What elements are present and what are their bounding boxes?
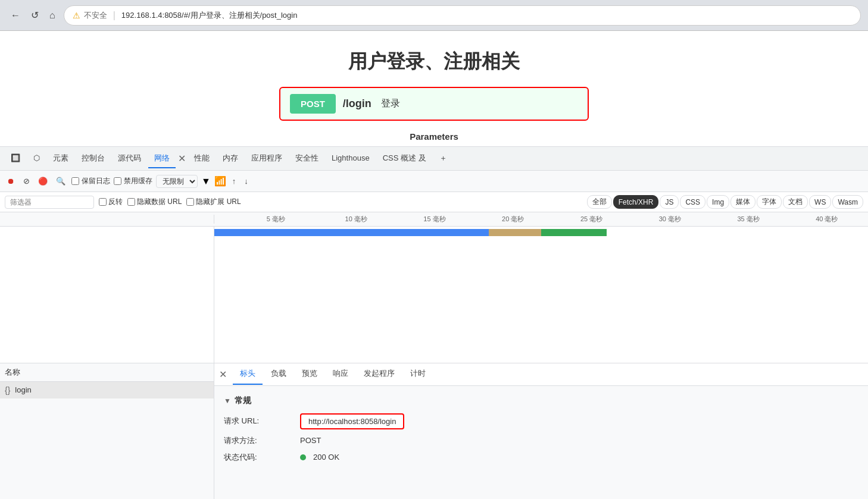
request-method-label: 请求方法:	[224, 435, 295, 446]
general-section-header: ▼ 常规	[224, 396, 858, 406]
detail-tab-timing[interactable]: 计时	[403, 363, 433, 385]
url-path: 用户登录、注册相关/post_login	[191, 11, 298, 20]
filter-input[interactable]	[5, 196, 94, 209]
devtools-tab-network-close[interactable]: ✕	[178, 153, 186, 164]
endpoint-path: /login	[343, 98, 371, 110]
filter-type-document[interactable]: 文档	[783, 195, 808, 209]
hide-data-url-checkbox[interactable]: 隐藏数据 URL	[127, 197, 182, 207]
clear-button[interactable]: ⊘	[21, 175, 32, 187]
filter-type-media[interactable]: 媒体	[730, 195, 755, 209]
request-method-value: POST	[300, 436, 321, 445]
devtools-tab-add[interactable]: ＋	[433, 149, 453, 168]
filter-type-all[interactable]: 全部	[587, 195, 612, 209]
requests-panel: 名称 {} login	[0, 363, 214, 500]
request-item-icon: {}	[5, 385, 10, 395]
filter-type-js[interactable]: JS	[660, 195, 679, 209]
throttle-dropdown-icon: ▼	[201, 176, 211, 187]
timeline-chart-area	[214, 227, 868, 363]
filter-bar: 反转 隐藏数据 URL 隐藏扩展 URL 全部 Fetch/XHR JS CSS…	[0, 192, 868, 212]
devtools-panel: 🔲 ⬡ 元素 控制台 源代码 网络 ✕ 性能 内存 应用程序 安全性 Light…	[0, 146, 868, 499]
hide-ext-url-input[interactable]	[186, 198, 194, 206]
devtools-tab-memory[interactable]: 内存	[217, 149, 244, 168]
timeline-bar-green	[541, 229, 607, 236]
filter-type-fetch-xhr[interactable]: Fetch/XHR	[613, 195, 659, 209]
devtools-tabs: 🔲 ⬡ 元素 控制台 源代码 网络 ✕ 性能 内存 应用程序 安全性 Light…	[0, 147, 868, 171]
endpoint-desc: 登录	[381, 98, 400, 110]
request-method-row: 请求方法: POST	[224, 435, 858, 446]
tick-5ms: 5 毫秒	[267, 215, 285, 224]
hide-data-url-input[interactable]	[127, 198, 135, 206]
reload-button[interactable]: ↺	[27, 7, 42, 23]
devtools-tab-sources[interactable]: 源代码	[112, 149, 147, 168]
devtools-tab-elements[interactable]: 元素	[47, 149, 74, 168]
status-dot	[300, 454, 306, 460]
api-section: POST /login 登录	[0, 87, 868, 127]
tick-25ms: 25 毫秒	[580, 215, 602, 224]
request-url-row: 请求 URL: http://localhost:8058/login	[224, 413, 858, 429]
hide-ext-url-checkbox[interactable]: 隐藏扩展 URL	[186, 197, 241, 207]
tick-15ms: 15 毫秒	[423, 215, 445, 224]
detail-tab-headers[interactable]: 标头	[233, 363, 263, 385]
requests-header: 名称	[0, 363, 214, 382]
nav-buttons: ← ↺ ⌂	[7, 7, 59, 23]
hide-data-url-label: 隐藏数据 URL	[137, 197, 182, 207]
detail-content: ▼ 常规 请求 URL: http://localhost:8058/login…	[214, 386, 868, 500]
request-url-label: 请求 URL:	[224, 416, 295, 426]
error-count-button[interactable]: 🔴	[36, 175, 50, 187]
disable-cache-input[interactable]	[114, 177, 121, 185]
download-button[interactable]: ↓	[242, 175, 251, 187]
reverse-input[interactable]	[99, 198, 107, 206]
disable-cache-checkbox[interactable]: 禁用缓存	[114, 176, 152, 186]
detail-tab-preview[interactable]: 预览	[295, 363, 324, 385]
upload-button[interactable]: ↑	[230, 175, 239, 187]
devtools-tab-performance[interactable]: 性能	[188, 149, 216, 168]
preserve-log-input[interactable]	[71, 177, 79, 185]
filter-type-img[interactable]: Img	[707, 195, 729, 209]
back-button[interactable]: ←	[7, 8, 24, 23]
devtools-tab-network[interactable]: 网络	[148, 149, 176, 168]
url-port: :8058/	[163, 11, 184, 20]
detail-tab-response[interactable]: 响应	[326, 363, 355, 385]
url-text: 192.168.1.4:8058/#/用户登录、注册相关/post_login	[121, 10, 298, 21]
detail-tab-payload[interactable]: 负载	[264, 363, 294, 385]
method-badge: POST	[290, 94, 336, 114]
throttle-select[interactable]: 无限制	[156, 175, 198, 188]
reverse-label: 反转	[108, 197, 123, 207]
home-button[interactable]: ⌂	[46, 8, 59, 23]
detail-close-button[interactable]: ✕	[219, 369, 227, 380]
devtools-tab-css[interactable]: CSS 概述 及	[377, 149, 432, 168]
wifi-icon: 📶	[214, 175, 226, 187]
params-label: Parameters	[0, 127, 868, 146]
filter-type-ws[interactable]: WS	[809, 195, 831, 209]
filter-type-font[interactable]: 字体	[757, 195, 782, 209]
tick-35ms: 35 毫秒	[737, 215, 759, 224]
devtools-tab-console[interactable]: 控制台	[76, 149, 111, 168]
request-item-label: login	[15, 385, 31, 394]
separator: |	[113, 10, 115, 21]
api-box: POST /login 登录	[279, 87, 589, 121]
devtools-tab-security[interactable]: 安全性	[289, 149, 324, 168]
devtools-tab-device-icon[interactable]: ⬡	[27, 150, 46, 167]
devtools-tab-inspect-icon[interactable]: 🔲	[5, 150, 26, 167]
page-title: 用户登录、注册相关	[12, 49, 856, 75]
filter-type-css[interactable]: CSS	[680, 195, 705, 209]
detail-panel: ✕ 标头 负载 预览 响应 发起程序 计时 ▼ 常规	[214, 363, 868, 500]
devtools-tab-lighthouse[interactable]: Lighthouse	[326, 150, 376, 167]
filter-type-wasm[interactable]: Wasm	[832, 195, 863, 209]
tick-40ms: 40 毫秒	[816, 215, 838, 224]
address-bar[interactable]: ⚠ 不安全 | 192.168.1.4:8058/#/用户登录、注册相关/pos…	[64, 5, 861, 26]
url-base: 192.168.1.4	[121, 11, 163, 20]
reverse-checkbox[interactable]: 反转	[99, 197, 123, 207]
timeline-name-area	[0, 227, 214, 363]
hide-ext-url-label: 隐藏扩展 URL	[196, 197, 241, 207]
search-button[interactable]: 🔍	[54, 175, 68, 187]
detail-tab-initiator[interactable]: 发起程序	[357, 363, 402, 385]
request-item-login[interactable]: {} login	[0, 382, 214, 398]
page-header: 用户登录、注册相关	[0, 31, 868, 87]
tick-10ms: 10 毫秒	[345, 215, 367, 224]
tick-20ms: 20 毫秒	[502, 215, 524, 224]
preserve-log-checkbox[interactable]: 保留日志	[71, 176, 110, 186]
section-toggle[interactable]: ▼	[224, 397, 231, 405]
devtools-tab-application[interactable]: 应用程序	[245, 149, 288, 168]
record-button[interactable]: ⏺	[5, 175, 17, 187]
